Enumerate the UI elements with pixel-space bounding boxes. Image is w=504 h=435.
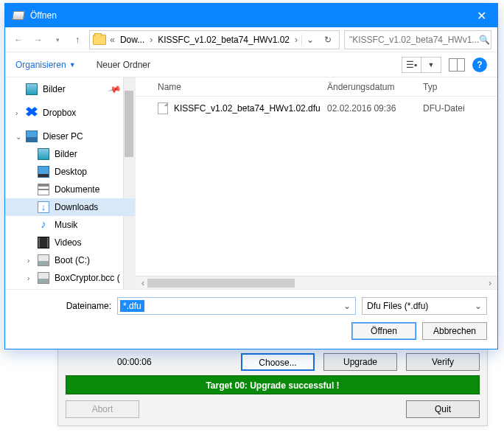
status-bar: Target 00: Upgrade successful !: [66, 375, 480, 394]
chevron-icon[interactable]: ›: [293, 35, 300, 45]
collapse-icon[interactable]: ⌄: [15, 133, 21, 141]
folder-icon: [93, 35, 106, 45]
tree-item-bilder-pc[interactable]: Bilder: [5, 145, 135, 163]
file-list-hscroll[interactable]: ‹›: [136, 276, 497, 289]
expand-icon[interactable]: ›: [27, 257, 29, 265]
titlebar: Öffnen ✕: [5, 4, 497, 27]
address-bar[interactable]: « Dow... › KISSFC_v1.02_beta74_HWv1.02 ›…: [89, 30, 340, 49]
file-list-header[interactable]: Name Änderungsdatum Typ: [136, 77, 497, 97]
col-modified[interactable]: Änderungsdatum: [327, 82, 423, 92]
chevron-icon[interactable]: «: [108, 35, 117, 45]
tree-item-boxcryptor[interactable]: ›BoxCryptor.bcc (: [5, 269, 135, 287]
file-list: KISSFC_v1.02_beta74_HWv1.02.dfu 02.02.20…: [136, 97, 497, 276]
filetype-filter[interactable]: Dfu Files (*.dfu) ⌄: [362, 297, 487, 315]
tree-item-music[interactable]: ♪Musik: [5, 216, 135, 234]
filename-value: *.dfu: [120, 300, 144, 312]
drive-icon: [38, 272, 49, 284]
tree-item-dropbox[interactable]: ›Dropbox: [5, 104, 135, 122]
organize-menu[interactable]: Organisieren▼: [15, 60, 76, 70]
close-button[interactable]: ✕: [465, 4, 497, 27]
abort-button: Abort: [66, 400, 139, 418]
search-icon: 🔍: [479, 35, 490, 45]
breadcrumb-segment[interactable]: Dow...: [119, 35, 146, 45]
quit-button[interactable]: Quit: [406, 400, 480, 418]
breadcrumb-segment[interactable]: KISSFC_v1.02_beta74_HWv1.02: [156, 35, 291, 45]
file-row[interactable]: KISSFC_v1.02_beta74_HWv1.02.dfu 02.02.20…: [136, 100, 497, 117]
open-dialog: Öffnen ✕ ← → ▾ ↑ « Dow... › KISSFC_v1.02…: [4, 3, 498, 349]
tree-item-this-pc[interactable]: ⌄Dieser PC: [5, 128, 135, 145]
tree-item-downloads[interactable]: Downloads: [5, 198, 135, 216]
tree-item-documents[interactable]: Dokumente: [5, 181, 135, 198]
tree-item-bilder[interactable]: Bilder📌: [5, 80, 135, 98]
file-modified: 02.02.2016 09:36: [327, 103, 423, 114]
tree-item-boot-c[interactable]: ›Boot (C:): [5, 251, 135, 269]
pictures-icon: [38, 148, 49, 160]
app-icon: [12, 11, 25, 20]
pin-icon: 📌: [108, 82, 122, 97]
new-folder-button[interactable]: Neuer Ordner: [97, 60, 150, 70]
tree-item-desktop[interactable]: Desktop: [5, 163, 135, 181]
open-button[interactable]: Öffnen: [351, 322, 416, 340]
dropbox-icon: [26, 107, 38, 119]
search-input[interactable]: "KISSFC_v1.02_beta74_HWv1... 🔍: [344, 30, 491, 49]
expand-icon[interactable]: ›: [27, 274, 29, 282]
pc-icon: [26, 130, 38, 142]
filename-label: Dateiname:: [15, 301, 111, 311]
file-name: KISSFC_v1.02_beta74_HWv1.02.dfu: [174, 103, 327, 114]
refresh-button[interactable]: ↻: [320, 35, 336, 45]
history-dropdown[interactable]: ▾: [50, 31, 66, 49]
addr-dropdown[interactable]: ⌄: [301, 35, 318, 45]
file-type: DFU-Datei: [423, 103, 465, 114]
videos-icon: [38, 237, 49, 248]
desktop-icon: [38, 166, 49, 178]
choose-button[interactable]: Choose...: [241, 353, 315, 371]
chevron-down-icon[interactable]: ⌄: [339, 301, 355, 311]
up-button[interactable]: ↑: [70, 31, 85, 49]
expand-icon[interactable]: ›: [15, 109, 18, 117]
chevron-icon[interactable]: ›: [147, 35, 155, 45]
downloads-icon: [38, 201, 49, 213]
search-placeholder: "KISSFC_v1.02_beta74_HWv1...: [349, 35, 479, 45]
col-type[interactable]: Typ: [423, 82, 437, 92]
elapsed-time: 00:00:06: [117, 357, 176, 367]
back-button[interactable]: ←: [11, 31, 27, 49]
cancel-button[interactable]: Abbrechen: [422, 322, 487, 340]
pictures-icon: [26, 83, 38, 95]
chevron-down-icon[interactable]: ⌄: [470, 301, 486, 311]
filename-input[interactable]: *.dfu ⌄: [117, 297, 356, 315]
help-button[interactable]: ?: [472, 58, 487, 72]
documents-icon: [38, 184, 49, 195]
preview-pane-button[interactable]: [449, 58, 465, 72]
file-icon: [158, 102, 168, 114]
view-mode-button[interactable]: ☰▪▼: [402, 57, 441, 73]
nav-tree: Bilder📌 ›Dropbox ⌄Dieser PC Bilder Deskt…: [5, 77, 135, 289]
dialog-title: Öffnen: [30, 10, 465, 21]
col-name[interactable]: Name: [158, 82, 327, 92]
upgrade-button[interactable]: Upgrade: [323, 353, 397, 371]
forward-button: →: [31, 31, 46, 49]
drive-icon: [38, 254, 49, 266]
verify-button[interactable]: Verify: [406, 353, 480, 371]
music-icon: ♪: [38, 219, 49, 231]
tree-item-videos[interactable]: Videos: [5, 234, 135, 251]
